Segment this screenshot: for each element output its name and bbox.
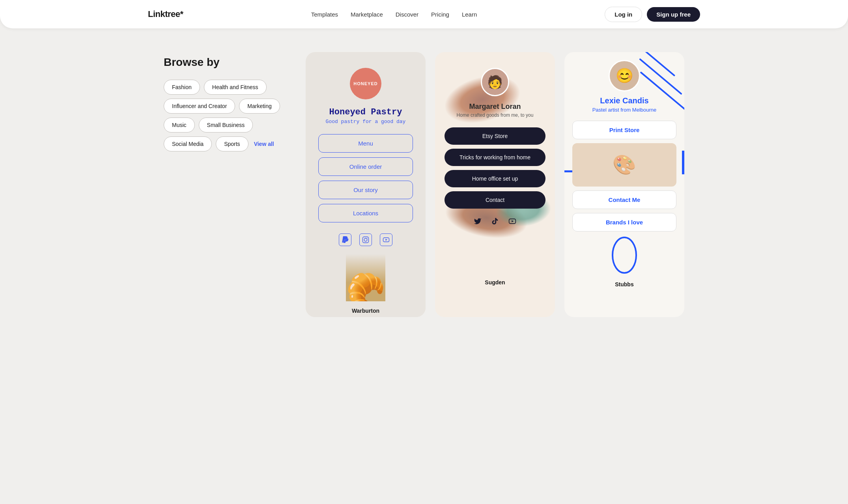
nav-pricing[interactable]: Pricing [431,11,449,18]
youtube-icon-2[interactable] [508,217,516,227]
svg-point-7 [613,237,636,273]
card-3-bottom-svg [609,235,640,275]
card-2-btn-tricks[interactable]: Tricks for working from home [445,149,545,166]
twitter-icon[interactable] [474,217,482,227]
svg-rect-0 [363,237,369,243]
tag-marketing[interactable]: Marketing [239,99,280,114]
card-1-title: Honeyed Pastry [329,107,402,117]
card-2-name: Margaret Loran [469,103,521,111]
card-3-btn-print[interactable]: Print Store [572,121,676,139]
svg-marker-4 [386,239,388,241]
card-1-social-icons [339,227,392,254]
tag-small-business[interactable]: Small Business [199,118,253,133]
card-2-desc: Home crafted goods from me, to you [457,112,534,118]
card-2-btn-office[interactable]: Home office set up [445,170,545,187]
view-all-link[interactable]: View all [252,136,276,151]
login-button[interactable]: Log in [605,7,642,22]
svg-point-1 [364,238,367,241]
card-1-btn-locations[interactable]: Locations [318,204,413,222]
tag-list: Fashion Health and Fitness Influencer an… [164,80,290,151]
sidebar: Browse by Fashion Health and Fitness Inf… [164,52,290,151]
tag-social-media[interactable]: Social Media [164,136,212,151]
card-1-footer-name: Warburton [306,301,426,317]
logo: Linktree* [148,9,183,19]
card-3-btn-contact[interactable]: Contact Me [572,190,676,209]
tag-sports[interactable]: Sports [216,136,248,151]
card-2-avatar: 🧑 [481,68,509,96]
tag-influencer[interactable]: Influencer and Creator [164,99,235,114]
card-2-btn-etsy[interactable]: Etsy Store [445,127,545,145]
cards-area: HONEYED Honeyed Pastry Good pastry for a… [306,52,684,317]
browse-title: Browse by [164,56,290,69]
tag-music[interactable]: Music [164,118,195,133]
card-3-footer-name: Stubbs [564,275,684,291]
nav-marketplace[interactable]: Marketplace [351,11,383,18]
tag-fashion[interactable]: Fashion [164,80,200,95]
signup-button[interactable]: Sign up free [647,7,700,22]
croissant-emoji: 🥐 [346,274,385,301]
card-sugden: 🧑 Margaret Loran Home crafted goods from… [435,52,555,317]
svg-marker-6 [512,220,514,222]
blue-deco-bar [682,151,684,174]
card-3-btn-brands[interactable]: Brands I love [572,213,676,231]
card-1-btn-story[interactable]: Our story [318,181,413,199]
card-2-btn-contact[interactable]: Contact [445,191,545,209]
nav-learn[interactable]: Learn [462,11,477,18]
youtube-icon[interactable] [380,233,392,246]
card-1-logo-text: HONEYED [353,81,377,86]
card-3-name: Lexie Candis [600,96,648,105]
card-1-subtitle: Good pastry for a good day [326,119,406,125]
tiktok-icon[interactable] [491,217,499,227]
card-2-footer-name: Sugden [435,273,555,289]
card-1-logo: HONEYED [350,68,381,99]
card-2-social-icons [474,213,516,231]
tag-health[interactable]: Health and Fitness [204,80,267,95]
card-1-btn-order[interactable]: Online order [318,157,413,176]
nav-links: Templates Marketplace Discover Pricing L… [311,11,477,18]
instagram-icon[interactable] [359,233,372,246]
nav-templates[interactable]: Templates [311,11,338,18]
nav-actions: Log in Sign up free [605,7,700,22]
svg-point-2 [367,238,368,239]
nav-discover[interactable]: Discover [396,11,418,18]
card-3-avatar: 😊 [609,60,640,91]
paypal-icon[interactable] [339,233,351,246]
card-stubbs: 😊 Lexie Candis Pastel artist from Melbou… [564,52,684,317]
avatar-placeholder: 🧑 [487,75,503,90]
card-3-subtitle: Pastel artist from Melbourne [592,107,657,113]
card-warburton: HONEYED Honeyed Pastry Good pastry for a… [306,52,426,317]
card-1-image: 🥐 [346,254,385,301]
card-1-btn-menu[interactable]: Menu [318,134,413,153]
card-3-image: 🎨 [572,143,676,187]
